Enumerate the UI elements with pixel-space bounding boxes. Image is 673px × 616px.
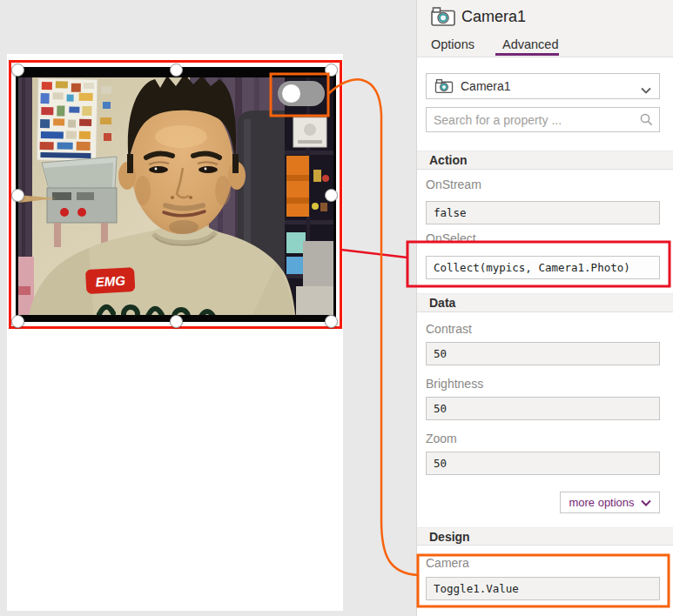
- zoom-input[interactable]: [426, 452, 660, 475]
- property-search: [426, 107, 660, 132]
- tab-options[interactable]: Options: [431, 37, 474, 51]
- section-design: Design: [417, 527, 673, 546]
- resize-handle-s[interactable]: [170, 315, 183, 328]
- control-selector-dropdown[interactable]: Camera1: [426, 73, 660, 99]
- section-data: Data: [417, 293, 673, 312]
- canvas-area: EMG: [0, 0, 416, 616]
- active-tab-underline: [495, 53, 559, 56]
- onselect-input[interactable]: [426, 256, 660, 279]
- selected-control-label: Camera1: [461, 79, 511, 93]
- resize-handle-w[interactable]: [11, 189, 24, 202]
- search-input[interactable]: [426, 107, 660, 132]
- contrast-label: Contrast: [426, 322, 472, 336]
- camera-control[interactable]: EMG: [16, 67, 336, 322]
- resize-handle-nw[interactable]: [11, 64, 24, 77]
- panel-title: Camera1: [461, 8, 526, 26]
- camera-icon: [430, 6, 456, 30]
- search-icon: [640, 113, 653, 130]
- properties-panel: Camera1 Options Advanced Camera1: [416, 0, 673, 616]
- more-options-button[interactable]: more options: [560, 492, 660, 513]
- resize-handle-e[interactable]: [325, 189, 338, 202]
- chevron-down-icon: [641, 499, 651, 506]
- onstream-input[interactable]: [426, 201, 660, 224]
- onselect-label: OnSelect: [426, 231, 476, 245]
- chevron-down-icon: [641, 82, 651, 97]
- brightness-label: Brightness: [426, 377, 483, 391]
- onstream-label: OnStream: [426, 177, 481, 191]
- contrast-input[interactable]: [426, 342, 660, 365]
- panel-header: Camera1 Options Advanced: [417, 0, 673, 57]
- poster-collage: [37, 78, 98, 161]
- camera-prop-label: Camera: [426, 556, 469, 570]
- resize-handle-n[interactable]: [170, 64, 183, 77]
- resize-handle-se[interactable]: [325, 315, 338, 328]
- toggle-knob: [282, 84, 300, 103]
- shirt-logo: EMG: [85, 267, 135, 294]
- camera-toggle[interactable]: [278, 81, 325, 106]
- powerapps-editor: EMG: [0, 0, 673, 616]
- shirt-logo-text: EMG: [95, 273, 125, 290]
- camera-prop-input[interactable]: [426, 577, 660, 600]
- section-action: Action: [417, 151, 673, 170]
- resize-handle-ne[interactable]: [325, 64, 338, 77]
- resize-handle-sw[interactable]: [11, 315, 24, 328]
- camera-icon: [434, 78, 454, 94]
- brightness-input[interactable]: [426, 397, 660, 420]
- tab-advanced[interactable]: Advanced: [502, 37, 559, 51]
- zoom-label: Zoom: [426, 432, 457, 445]
